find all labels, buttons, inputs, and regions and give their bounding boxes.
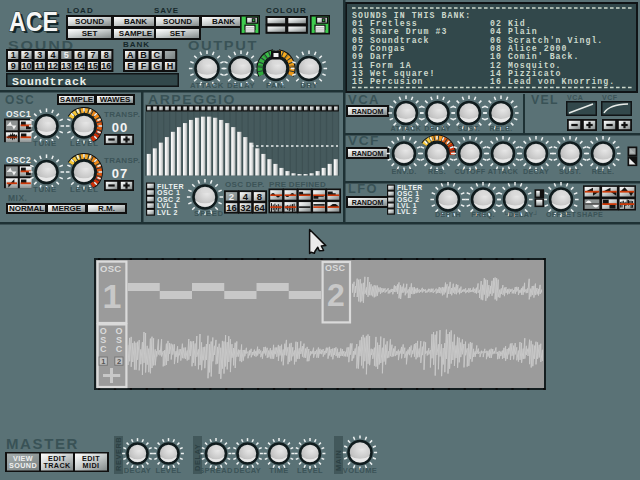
svg-text:PAN.: PAN. [266,81,286,90]
svg-text:4: 4 [243,191,249,202]
svg-text:SOUND: SOUND [9,461,37,470]
svg-text:15 Percusion: 15 Percusion [352,77,424,86]
svg-text:SUST.: SUST. [458,124,480,133]
svg-text:SHAPE: SHAPE [577,210,603,219]
svg-text:R.M.: R.M. [98,204,115,213]
svg-text:TIME: TIME [269,466,289,475]
svg-text:PRE DEFINED: PRE DEFINED [269,180,326,189]
svg-text:MERGE: MERGE [52,204,82,213]
svg-text:RELE.: RELE. [489,124,512,133]
svg-text:TUNE: TUNE [33,139,57,148]
svg-text:WAWES: WAWES [100,95,131,104]
svg-text:DECAY: DECAY [234,466,262,475]
svg-text:10: 10 [21,61,31,71]
svg-text:H: H [167,61,174,71]
svg-text:DRY: DRY [300,81,318,90]
svg-text:VCF: VCF [348,133,380,148]
svg-text:SET: SET [170,29,186,38]
svg-text:4: 4 [51,50,56,60]
svg-text:Soundtrack: Soundtrack [12,75,87,88]
svg-text:RES.: RES. [428,167,446,176]
svg-text:LVL 2: LVL 2 [397,208,417,215]
svg-text:3: 3 [37,50,42,60]
svg-text:ATTACK: ATTACK [190,81,224,90]
svg-text:16: 16 [101,61,111,71]
svg-text:12: 12 [48,61,58,71]
svg-text:SOUND: SOUND [163,17,192,26]
svg-text:BANK: BANK [124,17,147,26]
svg-text:32: 32 [240,202,251,213]
svg-text:SET: SET [82,29,98,38]
svg-text:TRANSP.: TRANSP. [104,110,140,119]
svg-text:E: E [127,61,133,71]
svg-text:DECAY: DECAY [124,466,152,475]
svg-text:SPEED: SPEED [194,209,224,218]
svg-text:LFO: LFO [348,181,378,196]
svg-text:REVERB: REVERB [114,437,123,471]
svg-text:C: C [116,344,123,354]
svg-text:FREQ.: FREQ. [471,210,494,219]
svg-text:RANDOM: RANDOM [352,199,384,206]
svg-text:DEPTH: DEPTH [435,210,461,219]
svg-text:14: 14 [75,61,85,71]
svg-text:1: 1 [11,50,16,60]
svg-text:2: 2 [117,357,121,366]
svg-text:VEL: VEL [531,92,559,107]
svg-text:B: B [140,50,147,60]
svg-text:BANK: BANK [123,40,150,49]
svg-text:LEVEL: LEVEL [155,466,181,475]
svg-text:DELAY: DELAY [227,81,256,90]
svg-text:LOAD: LOAD [67,6,94,15]
svg-text:MIX.: MIX. [8,193,27,203]
svg-text:6: 6 [77,50,82,60]
svg-text:VCF: VCF [602,94,618,101]
svg-text:G: G [153,61,160,71]
svg-text:MAIN: MAIN [334,450,343,471]
svg-text:ACE: ACE [9,6,58,37]
svg-text:NORMAL: NORMAL [9,204,44,213]
svg-text:16: 16 [226,202,237,213]
svg-text:1: 1 [103,277,122,315]
svg-text:SAMPLE: SAMPLE [119,29,153,38]
svg-text:13: 13 [61,61,71,71]
svg-text:TRACK: TRACK [43,461,71,470]
svg-text:C: C [154,50,161,60]
svg-text:15: 15 [88,61,98,71]
svg-text:ENV.D.: ENV.D. [391,167,416,176]
svg-text:5: 5 [64,50,69,60]
svg-text:2: 2 [229,191,234,202]
svg-text:SOUND: SOUND [75,17,104,26]
svg-text:OSC: OSC [100,263,122,274]
svg-text:1: 1 [101,357,105,366]
svg-text:OFFSET: OFFSET [546,210,576,219]
svg-text:VCA: VCA [567,94,583,101]
svg-text:BANK: BANK [212,17,235,26]
svg-text:00: 00 [112,120,128,135]
svg-text:OUTPUT: OUTPUT [188,38,258,53]
svg-text:8: 8 [257,191,262,202]
svg-text:RANDOM: RANDOM [352,108,384,115]
svg-text:OSC2: OSC2 [6,155,31,165]
svg-text:LEVEL: LEVEL [70,185,99,194]
svg-text:SUST.: SUST. [559,167,581,176]
svg-text:MIDI: MIDI [83,461,100,470]
svg-text:SPREAD: SPREAD [199,466,233,475]
svg-text:OSC DEP.: OSC DEP. [225,180,265,189]
svg-text:SAVE: SAVE [154,6,179,15]
svg-text:OSC: OSC [325,263,345,273]
svg-text:2: 2 [24,50,29,60]
svg-text:2: 2 [327,277,345,313]
svg-text:OSC: OSC [5,92,35,107]
svg-text:OSC1: OSC1 [6,109,31,119]
svg-text:07: 07 [112,166,128,181]
svg-text:COLOUR: COLOUR [266,6,307,15]
svg-text:LVL 2: LVL 2 [157,209,178,216]
svg-text:VCA: VCA [348,92,380,107]
svg-text:C: C [100,344,107,354]
svg-text:LEVEL: LEVEL [297,466,323,475]
svg-text:ATTACK: ATTACK [391,124,422,133]
svg-text:64: 64 [254,202,265,213]
svg-text:TRANSP.: TRANSP. [104,156,140,165]
svg-text:LEVEL: LEVEL [70,139,99,148]
svg-text:7: 7 [90,50,95,60]
